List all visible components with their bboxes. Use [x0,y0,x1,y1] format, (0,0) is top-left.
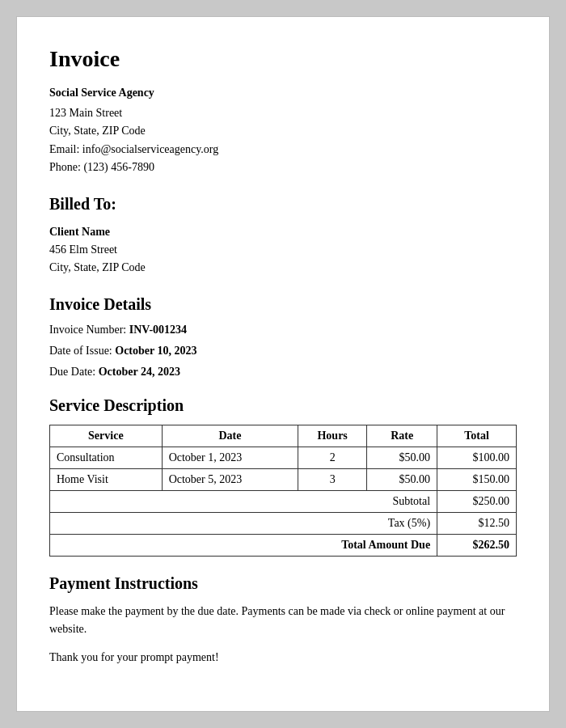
payment-instructions-title: Payment Instructions [49,574,517,593]
due-date-value: October 24, 2023 [99,366,180,378]
invoice-number-label: Invoice Number: [49,324,129,336]
client-address1: 456 Elm Street [49,241,517,259]
company-phone: Phone: (123) 456-7890 [49,159,517,176]
col-service: Service [50,425,163,447]
invoice-title: Invoice [49,46,517,72]
row1-total: $100.00 [437,447,517,468]
issue-date-value: October 10, 2023 [115,345,196,357]
col-hours: Hours [298,425,367,447]
col-total: Total [437,425,517,447]
issue-date-row: Date of Issue: October 10, 2023 [49,345,517,358]
subtotal-value: $250.00 [437,490,517,512]
row1-date: October 1, 2023 [162,447,298,468]
row1-hours: 2 [298,447,367,468]
tax-row: Tax (5%) $12.50 [50,512,517,534]
subtotal-row: Subtotal $250.00 [50,490,517,512]
billed-to-title: Billed To: [49,195,517,214]
service-description-title: Service Description [49,396,517,415]
company-name: Social Service Agency [49,87,517,99]
company-address2: City, State, ZIP Code [49,122,517,140]
total-value: $262.50 [437,534,517,556]
row2-service: Home Visit [50,468,163,490]
billed-to-section: Client Name 456 Elm Street City, State, … [49,223,517,277]
total-label: Total Amount Due [50,534,437,556]
client-address2: City, State, ZIP Code [49,259,517,277]
tax-value: $12.50 [437,512,517,534]
invoice-number-row: Invoice Number: INV-001234 [49,324,517,336]
payment-text1: Please make the payment by the due date.… [49,603,517,639]
row2-rate: $50.00 [367,468,437,490]
row1-service: Consultation [50,447,163,468]
total-row: Total Amount Due $262.50 [50,534,517,556]
company-info: Social Service Agency 123 Main Street Ci… [49,87,517,177]
due-date-row: Due Date: October 24, 2023 [49,366,517,379]
invoice-details-title: Invoice Details [49,295,517,314]
table-row: Consultation October 1, 2023 2 $50.00 $1… [50,447,517,468]
invoice-page: Invoice Social Service Agency 123 Main S… [16,16,550,712]
table-header-row: Service Date Hours Rate Total [50,425,517,447]
company-address1: 123 Main Street [49,104,517,122]
due-date-label: Due Date: [49,366,99,378]
company-details: 123 Main Street City, State, ZIP Code Em… [49,104,517,177]
row1-rate: $50.00 [367,447,437,468]
row2-hours: 3 [298,468,367,490]
col-rate: Rate [367,425,437,447]
col-date: Date [162,425,298,447]
client-name: Client Name [49,223,517,241]
row2-date: October 5, 2023 [162,468,298,490]
row2-total: $150.00 [437,468,517,490]
table-row: Home Visit October 5, 2023 3 $50.00 $150… [50,468,517,490]
service-table: Service Date Hours Rate Total Consultati… [49,425,517,557]
payment-text2: Thank you for your prompt payment! [49,649,517,667]
invoice-number-value: INV-001234 [129,324,187,336]
issue-date-label: Date of Issue: [49,345,115,357]
tax-label: Tax (5%) [50,512,437,534]
company-email: Email: info@socialserviceagency.org [49,141,517,159]
subtotal-label: Subtotal [50,490,437,512]
